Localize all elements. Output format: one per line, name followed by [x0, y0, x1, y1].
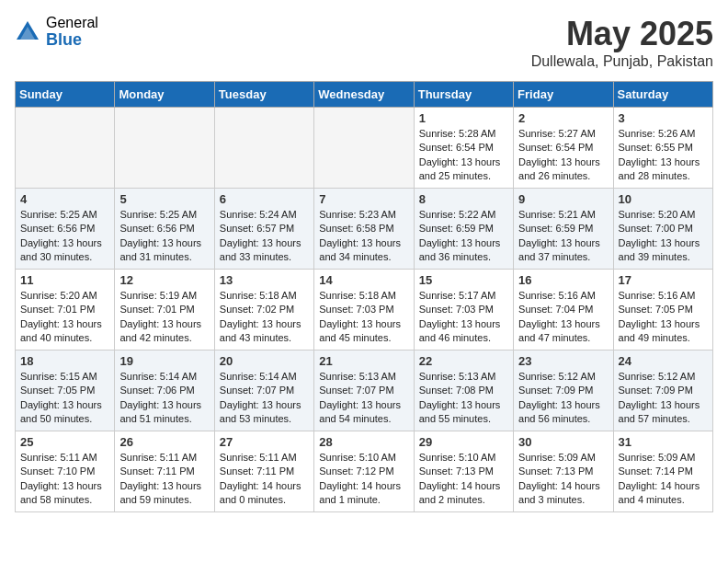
- day-info: Sunrise: 5:12 AM Sunset: 7:09 PM Dayligh…: [518, 370, 608, 427]
- calendar-cell: 31Sunrise: 5:09 AM Sunset: 7:14 PM Dayli…: [613, 431, 712, 512]
- calendar-cell: 8Sunrise: 5:22 AM Sunset: 6:59 PM Daylig…: [414, 189, 513, 270]
- calendar-cell: [16, 108, 115, 189]
- day-number: 27: [220, 435, 309, 449]
- calendar-cell: 2Sunrise: 5:27 AM Sunset: 6:54 PM Daylig…: [514, 108, 613, 189]
- title-block: May 2025 Dullewala, Punjab, Pakistan: [531, 15, 713, 70]
- day-number: 11: [20, 273, 109, 287]
- day-info: Sunrise: 5:10 AM Sunset: 7:13 PM Dayligh…: [419, 451, 508, 508]
- calendar-cell: 28Sunrise: 5:10 AM Sunset: 7:12 PM Dayli…: [314, 431, 414, 512]
- day-info: Sunrise: 5:11 AM Sunset: 7:10 PM Dayligh…: [20, 451, 109, 508]
- weekday-header: Tuesday: [214, 82, 313, 108]
- day-info: Sunrise: 5:25 AM Sunset: 6:56 PM Dayligh…: [119, 208, 209, 265]
- day-info: Sunrise: 5:09 AM Sunset: 7:14 PM Dayligh…: [619, 451, 708, 508]
- day-number: 17: [619, 273, 708, 287]
- calendar-cell: 30Sunrise: 5:09 AM Sunset: 7:13 PM Dayli…: [514, 431, 613, 512]
- logo: General Blue: [15, 15, 98, 49]
- calendar-cell: 9Sunrise: 5:21 AM Sunset: 6:59 PM Daylig…: [514, 189, 613, 270]
- day-info: Sunrise: 5:14 AM Sunset: 7:07 PM Dayligh…: [220, 370, 309, 427]
- calendar-week-row: 25Sunrise: 5:11 AM Sunset: 7:10 PM Dayli…: [16, 431, 713, 512]
- day-number: 9: [518, 192, 608, 206]
- day-number: 25: [20, 435, 109, 449]
- day-number: 14: [319, 273, 408, 287]
- logo-icon: [15, 19, 40, 45]
- calendar-cell: 3Sunrise: 5:26 AM Sunset: 6:55 PM Daylig…: [613, 108, 712, 189]
- calendar-week-row: 11Sunrise: 5:20 AM Sunset: 7:01 PM Dayli…: [16, 270, 713, 350]
- calendar-cell: 7Sunrise: 5:23 AM Sunset: 6:58 PM Daylig…: [314, 189, 414, 270]
- day-number: 19: [119, 354, 209, 368]
- day-info: Sunrise: 5:09 AM Sunset: 7:13 PM Dayligh…: [518, 451, 608, 508]
- day-number: 12: [119, 273, 209, 287]
- calendar-cell: [314, 108, 414, 189]
- day-info: Sunrise: 5:24 AM Sunset: 6:57 PM Dayligh…: [220, 208, 309, 265]
- logo-general: General: [46, 15, 98, 31]
- day-number: 20: [220, 354, 309, 368]
- calendar-week-row: 4Sunrise: 5:25 AM Sunset: 6:56 PM Daylig…: [16, 189, 713, 270]
- day-info: Sunrise: 5:20 AM Sunset: 7:00 PM Dayligh…: [619, 208, 708, 265]
- weekday-header: Saturday: [613, 82, 712, 108]
- day-info: Sunrise: 5:15 AM Sunset: 7:05 PM Dayligh…: [20, 370, 109, 427]
- calendar-cell: 23Sunrise: 5:12 AM Sunset: 7:09 PM Dayli…: [514, 350, 613, 431]
- calendar-cell: 18Sunrise: 5:15 AM Sunset: 7:05 PM Dayli…: [16, 350, 115, 431]
- page-header: General Blue May 2025 Dullewala, Punjab,…: [15, 15, 713, 70]
- calendar-cell: 6Sunrise: 5:24 AM Sunset: 6:57 PM Daylig…: [214, 189, 313, 270]
- logo-blue: Blue: [46, 31, 98, 50]
- calendar-header-row: SundayMondayTuesdayWednesdayThursdayFrid…: [16, 82, 713, 108]
- day-info: Sunrise: 5:10 AM Sunset: 7:12 PM Dayligh…: [319, 451, 408, 508]
- calendar-cell: [115, 108, 214, 189]
- day-info: Sunrise: 5:14 AM Sunset: 7:06 PM Dayligh…: [119, 370, 209, 427]
- day-number: 15: [419, 273, 508, 287]
- day-number: 4: [20, 192, 109, 206]
- day-number: 6: [220, 192, 309, 206]
- calendar-cell: 13Sunrise: 5:18 AM Sunset: 7:02 PM Dayli…: [214, 270, 313, 350]
- day-number: 24: [619, 354, 708, 368]
- day-number: 29: [419, 435, 508, 449]
- day-number: 8: [419, 192, 508, 206]
- day-info: Sunrise: 5:11 AM Sunset: 7:11 PM Dayligh…: [119, 451, 209, 508]
- calendar-cell: 10Sunrise: 5:20 AM Sunset: 7:00 PM Dayli…: [613, 189, 712, 270]
- calendar-cell: 25Sunrise: 5:11 AM Sunset: 7:10 PM Dayli…: [16, 431, 115, 512]
- calendar-cell: 12Sunrise: 5:19 AM Sunset: 7:01 PM Dayli…: [115, 270, 214, 350]
- calendar-cell: 11Sunrise: 5:20 AM Sunset: 7:01 PM Dayli…: [16, 270, 115, 350]
- weekday-header: Wednesday: [314, 82, 414, 108]
- calendar-cell: 19Sunrise: 5:14 AM Sunset: 7:06 PM Dayli…: [115, 350, 214, 431]
- day-info: Sunrise: 5:23 AM Sunset: 6:58 PM Dayligh…: [319, 208, 408, 265]
- day-info: Sunrise: 5:12 AM Sunset: 7:09 PM Dayligh…: [619, 370, 708, 427]
- calendar-cell: 29Sunrise: 5:10 AM Sunset: 7:13 PM Dayli…: [414, 431, 513, 512]
- day-info: Sunrise: 5:27 AM Sunset: 6:54 PM Dayligh…: [518, 127, 608, 184]
- calendar-cell: 1Sunrise: 5:28 AM Sunset: 6:54 PM Daylig…: [414, 108, 513, 189]
- day-info: Sunrise: 5:13 AM Sunset: 7:07 PM Dayligh…: [319, 370, 408, 427]
- day-number: 7: [319, 192, 408, 206]
- calendar-cell: 27Sunrise: 5:11 AM Sunset: 7:11 PM Dayli…: [214, 431, 313, 512]
- day-info: Sunrise: 5:18 AM Sunset: 7:03 PM Dayligh…: [319, 289, 408, 346]
- weekday-header: Sunday: [16, 82, 115, 108]
- day-number: 2: [518, 111, 608, 125]
- calendar-week-row: 1Sunrise: 5:28 AM Sunset: 6:54 PM Daylig…: [16, 108, 713, 189]
- calendar-cell: 17Sunrise: 5:16 AM Sunset: 7:05 PM Dayli…: [613, 270, 712, 350]
- day-number: 21: [319, 354, 408, 368]
- weekday-header: Thursday: [414, 82, 513, 108]
- calendar-cell: 22Sunrise: 5:13 AM Sunset: 7:08 PM Dayli…: [414, 350, 513, 431]
- day-info: Sunrise: 5:16 AM Sunset: 7:04 PM Dayligh…: [518, 289, 608, 346]
- calendar-cell: 16Sunrise: 5:16 AM Sunset: 7:04 PM Dayli…: [514, 270, 613, 350]
- calendar-cell: 15Sunrise: 5:17 AM Sunset: 7:03 PM Dayli…: [414, 270, 513, 350]
- day-number: 30: [518, 435, 608, 449]
- calendar-cell: 24Sunrise: 5:12 AM Sunset: 7:09 PM Dayli…: [613, 350, 712, 431]
- weekday-header: Monday: [115, 82, 214, 108]
- calendar-cell: 20Sunrise: 5:14 AM Sunset: 7:07 PM Dayli…: [214, 350, 313, 431]
- calendar-cell: [214, 108, 313, 189]
- day-info: Sunrise: 5:22 AM Sunset: 6:59 PM Dayligh…: [419, 208, 508, 265]
- day-info: Sunrise: 5:19 AM Sunset: 7:01 PM Dayligh…: [119, 289, 209, 346]
- day-info: Sunrise: 5:26 AM Sunset: 6:55 PM Dayligh…: [619, 127, 708, 184]
- day-number: 28: [319, 435, 408, 449]
- day-info: Sunrise: 5:17 AM Sunset: 7:03 PM Dayligh…: [419, 289, 508, 346]
- day-number: 22: [419, 354, 508, 368]
- day-number: 1: [419, 111, 508, 125]
- day-info: Sunrise: 5:28 AM Sunset: 6:54 PM Dayligh…: [419, 127, 508, 184]
- day-number: 13: [220, 273, 309, 287]
- day-info: Sunrise: 5:13 AM Sunset: 7:08 PM Dayligh…: [419, 370, 508, 427]
- calendar-cell: 5Sunrise: 5:25 AM Sunset: 6:56 PM Daylig…: [115, 189, 214, 270]
- day-number: 23: [518, 354, 608, 368]
- calendar-cell: 4Sunrise: 5:25 AM Sunset: 6:56 PM Daylig…: [16, 189, 115, 270]
- day-number: 26: [119, 435, 209, 449]
- day-number: 3: [619, 111, 708, 125]
